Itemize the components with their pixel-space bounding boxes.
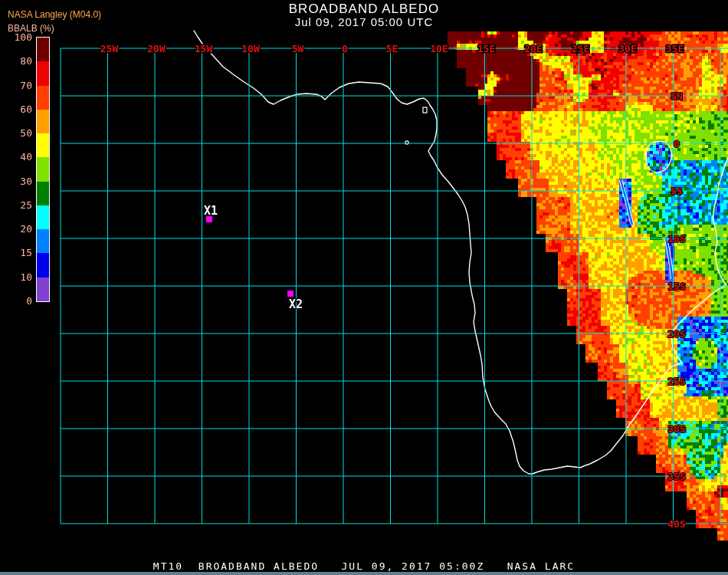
colorbar-tick-label: 15	[6, 248, 32, 258]
colorbar-tick-label: 70	[6, 80, 32, 90]
colorbar-tick-label: 0	[6, 296, 32, 306]
latitude-label: 5S	[671, 186, 683, 197]
longitude-label: 5W	[292, 43, 304, 54]
colorbar-tick-label: 25	[6, 200, 32, 210]
island-bioko	[423, 107, 427, 113]
colorbar-tick-label: 20	[6, 224, 32, 234]
colorbar-segment	[37, 133, 49, 157]
map-overlay: 25W20W15W10W5W05E10E15E20E25E30E35E5N05S…	[0, 0, 728, 575]
page-subtitle: Jul 09, 2017 05:00 UTC	[0, 15, 728, 28]
point-markers: X1X2	[204, 204, 303, 311]
longitude-label: 25E	[572, 43, 589, 54]
marker-label-X2: X2	[289, 297, 303, 311]
page-title: BROADBAND ALBEDO	[0, 2, 728, 17]
colorbar-tick-label: 100	[6, 32, 32, 42]
latitude-label: 40S	[667, 518, 686, 530]
latitude-label: 10S	[667, 233, 686, 245]
albedo-map-product: 25W20W15W10W5W05E10E15E20E25E30E35E5N05S…	[0, 0, 728, 575]
colorbar-tick-label: 10	[6, 272, 32, 282]
colorbar-segment	[37, 157, 49, 181]
marker-label-X1: X1	[204, 204, 218, 218]
latitude-label: 20S	[667, 328, 686, 340]
longitude-label: 10W	[241, 43, 260, 54]
latlon-grid	[61, 48, 728, 524]
colorbar-tick-label: 30	[6, 176, 32, 186]
longitude-label: 30E	[618, 43, 636, 54]
colorbar-tick-label: 40	[6, 152, 32, 162]
colorbar	[36, 37, 50, 302]
longitude-label: 25W	[100, 43, 119, 54]
latitude-label: 35S	[667, 471, 686, 482]
latitude-label: 25S	[667, 376, 686, 387]
lake-victoria-outline	[646, 142, 672, 172]
latitude-label: 15S	[667, 281, 686, 292]
coastline-africa	[194, 31, 728, 474]
longitude-label: 35E	[666, 43, 684, 54]
island-sao-tome	[405, 141, 408, 144]
colorbar-segment	[37, 110, 49, 133]
latitude-label: 0	[674, 138, 680, 150]
colorbar-tick-label: 60	[6, 104, 32, 114]
colorbar-segment	[37, 86, 49, 110]
colorbar-segment	[37, 278, 49, 301]
colorbar-segment	[37, 253, 49, 277]
colorbar-segment	[37, 38, 49, 61]
latitude-label: 5N	[671, 90, 683, 102]
longitude-label: 15W	[195, 43, 213, 54]
longitude-label: 15E	[477, 43, 495, 54]
longitude-label: 20W	[147, 43, 166, 54]
colorbar-segment	[37, 229, 49, 253]
colorbar-segment	[37, 61, 49, 85]
colorbar-tick-label: 50	[6, 128, 32, 138]
marker-X2	[287, 291, 293, 297]
longitude-label: 10E	[430, 43, 448, 54]
longitude-label: 20E	[524, 43, 542, 54]
longitude-label: 0	[342, 43, 348, 54]
colorbar-segment	[37, 182, 49, 205]
bottom-strip	[0, 572, 728, 575]
colorbar-tick-label: 80	[6, 56, 32, 66]
longitude-label: 5E	[386, 43, 398, 54]
latitude-label: 30S	[667, 423, 686, 435]
source-label: NASA Langley (M04.0)	[8, 9, 101, 20]
status-bar: MT10 BROADBAND ALBEDO JUL 09, 2017 05:00…	[0, 560, 728, 572]
colorbar-segment	[37, 205, 49, 229]
